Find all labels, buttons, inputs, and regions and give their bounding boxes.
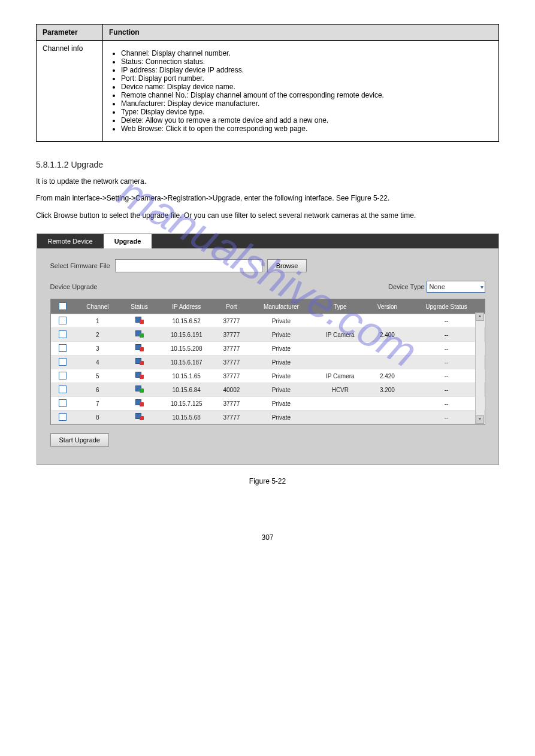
table-row: 110.15.6.5237777Private-- [51,314,485,328]
cell-type [315,356,367,369]
row-checkbox[interactable] [59,399,67,407]
param-item: Port: Display port number. [121,74,492,83]
tab-upgrade[interactable]: Upgrade [104,234,152,248]
cell-manufacturer: Private [248,383,314,397]
table-row: 610.15.6.8440002PrivateHCVR3.200-- [51,383,485,397]
body-paragraph: Click Browse button to select the upgrad… [36,210,499,221]
table-row: 210.15.6.19137777PrivateIP Camera2.400-- [51,328,485,342]
row-checkbox[interactable] [59,358,67,366]
cell-status [120,397,158,411]
cell-status [120,411,158,424]
cell-port: 37777 [215,356,249,369]
device-upgrade-label: Device Upgrade [50,283,98,290]
cell-manufacturer: Private [248,356,314,369]
table-row: 810.15.5.6837777Private-- [51,411,485,424]
cell-upgrade-status: -- [409,342,485,356]
tab-bar: Remote Device Upgrade [37,234,498,248]
cell-upgrade-status: -- [409,314,485,328]
chevron-down-icon: ▾ [480,284,483,290]
cell-type [315,314,367,328]
cell-version [366,314,409,328]
cell-channel: 1 [75,314,121,328]
cell-type [315,397,367,411]
row-checkbox[interactable] [59,385,67,393]
status-icon [135,344,144,351]
status-icon [135,413,144,420]
cell-status [120,328,158,342]
cell-type [315,411,367,424]
cell-type: HCVR [315,383,367,397]
cell-version: 2.400 [366,328,409,342]
param-header-parameter: Parameter [37,25,103,41]
col-channel: Channel [75,299,121,314]
cell-port: 37777 [215,342,249,356]
start-upgrade-button[interactable]: Start Upgrade [50,433,109,447]
col-type: Type [315,299,367,314]
cell-version [366,342,409,356]
cell-status [120,342,158,356]
cell-port: 37777 [215,314,249,328]
cell-type: IP Camera [315,369,367,383]
cell-port: 37777 [215,411,249,424]
cell-version: 2.420 [366,369,409,383]
cell-channel: 7 [75,397,121,411]
cell-channel: 8 [75,411,121,424]
row-checkbox[interactable] [59,344,67,352]
cell-manufacturer: Private [248,342,314,356]
cell-version [366,356,409,369]
browse-button[interactable]: Browse [267,259,307,272]
status-icon [135,385,144,393]
cell-manufacturer: Private [248,397,314,411]
cell-upgrade-status: -- [409,411,485,424]
col-version: Version [366,299,409,314]
param-item: Channel: Display channel number. [121,49,492,57]
status-icon [135,372,144,379]
device-type-value: None [430,283,445,290]
upgrade-figure: Remote Device Upgrade Select Firmware Fi… [37,233,499,465]
cell-channel: 5 [75,369,121,383]
row-checkbox[interactable] [59,330,67,338]
param-item: Status: Connection status. [121,57,492,66]
body-paragraph: It is to update the network camera. [36,175,499,187]
table-row: 710.15.7.12537777Private-- [51,397,485,411]
cell-status [120,369,158,383]
param-item: Delete: Allow you to remove a remote dev… [121,116,492,125]
cell-port: 37777 [215,369,249,383]
cell-channel: 4 [75,356,121,369]
param-item: Type: Display device type. [121,108,492,116]
param-item: Device name: Display device name. [121,83,492,91]
row-checkbox[interactable] [59,413,67,421]
figure-caption: Figure 5-22 [36,477,499,485]
cell-upgrade-status: -- [409,369,485,383]
param-item: Remote channel No.: Display channel amou… [121,91,492,99]
status-icon [135,358,144,365]
cell-type: IP Camera [315,328,367,342]
scroll-up-icon[interactable]: ▴ [476,312,484,321]
device-type-label: Device Type [388,283,424,290]
row-checkbox[interactable] [59,372,67,379]
cell-port: 37777 [215,328,249,342]
firmware-file-input[interactable] [115,259,262,272]
cell-ip: 10.15.7.125 [158,397,215,411]
cell-version [366,411,409,424]
cell-channel: 2 [75,328,121,342]
cell-port: 37777 [215,397,249,411]
param-cell-name: Channel info [37,41,103,142]
body-paragraph: From main interface->Setting->Camera->Re… [36,192,499,204]
col-manufacturer: Manufacturer [248,299,314,314]
device-type-select[interactable]: None ▾ [427,281,485,293]
status-icon [135,317,144,324]
vertical-scrollbar[interactable]: ▴ ▾ [475,312,484,424]
col-checkbox [51,299,75,314]
tab-remote-device[interactable]: Remote Device [37,234,104,248]
cell-ip: 10.15.5.68 [158,411,215,424]
scroll-down-icon[interactable]: ▾ [476,415,484,424]
section-heading: 5.8.1.1.2 Upgrade [36,160,499,169]
select-all-checkbox[interactable] [59,302,67,310]
col-port: Port [215,299,249,314]
row-checkbox[interactable] [59,317,67,324]
cell-ip: 10.15.6.187 [158,356,215,369]
cell-upgrade-status: -- [409,383,485,397]
table-row: 510.15.1.6537777PrivateIP Camera2.420-- [51,369,485,383]
cell-upgrade-status: -- [409,328,485,342]
